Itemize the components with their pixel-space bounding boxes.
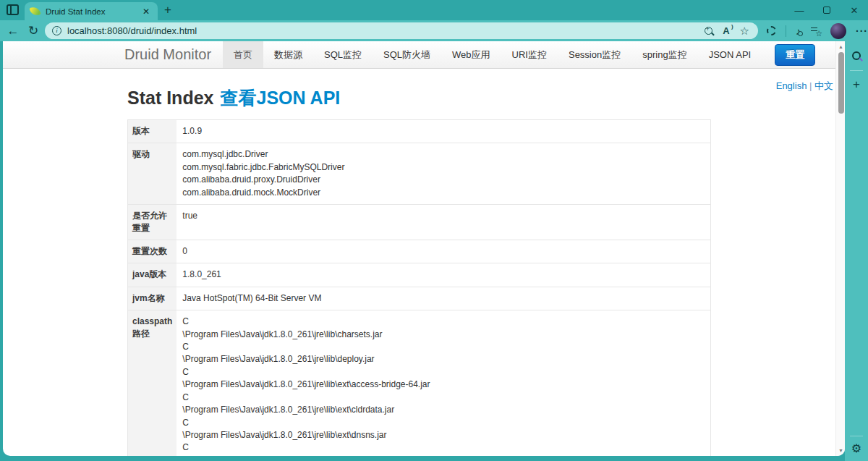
druid-leaf-favicon-icon — [29, 5, 41, 17]
reset-button[interactable]: 重置 — [775, 44, 815, 66]
zoom-icon[interactable] — [705, 27, 712, 35]
scrollbar-thumb[interactable] — [838, 52, 844, 114]
address-bar[interactable]: i localhost:8080/druid/index.html A ☆ — [45, 22, 758, 39]
close-tab-icon[interactable]: ✕ — [140, 7, 152, 17]
edge-sidebar: + ⚙ — [845, 41, 868, 461]
nav-menu: 首页数据源SQL监控SQL防火墙Web应用URI监控Session监控sprin… — [223, 41, 762, 68]
toolbar-extensions: ♪ ··· — [767, 23, 868, 39]
minimize-icon[interactable]: — — [786, 5, 813, 16]
table-row: 重置次数0 — [128, 240, 711, 263]
nav-item[interactable]: spring监控 — [631, 41, 697, 68]
scrollbar-up-icon[interactable]: ▲ — [836, 44, 845, 49]
lang-link-chinese[interactable]: 中文 — [814, 80, 833, 91]
close-window-icon[interactable]: ✕ — [841, 5, 868, 16]
row-value: Java HotSpot(TM) 64-Bit Server VM — [176, 287, 710, 310]
druid-navbar: Druid Monitor 首页数据源SQL监控SQL防火墙Web应用URI监控… — [3, 41, 845, 69]
media-extension-icon[interactable]: ♪ — [796, 25, 801, 37]
site-info-icon[interactable]: i — [52, 26, 61, 35]
tab-bar: Druid Stat Index ✕ + — ✕ — [0, 0, 868, 20]
row-label: classpath 路径 — [128, 310, 177, 456]
row-label: 重置次数 — [128, 240, 177, 263]
new-tab-icon[interactable]: + — [164, 3, 171, 17]
tab-actions-icon[interactable] — [7, 4, 19, 15]
row-label: 是否允许 重置 — [128, 205, 177, 240]
browser-tab[interactable]: Druid Stat Index ✕ — [25, 2, 158, 20]
more-menu-icon[interactable]: ··· — [856, 25, 868, 37]
stat-index-table: 版本1.0.9驱动com.mysql.jdbc.Drivercom.mysql.… — [127, 119, 711, 456]
row-value: com.mysql.jdbc.Drivercom.mysql.fabric.jd… — [176, 143, 710, 205]
page-title-text: Stat Index — [127, 88, 213, 108]
nav-item[interactable]: URI监控 — [501, 41, 558, 68]
page-scrollbar[interactable]: ▲ ▼ — [835, 41, 845, 456]
sidebar-search-icon[interactable] — [852, 51, 861, 60]
sidebar-divider-bottom — [850, 436, 863, 436]
view-json-api-link[interactable]: 查看JSON API — [220, 88, 340, 108]
scrollbar-down-icon[interactable]: ▼ — [836, 448, 845, 453]
page-content: English | 中文 Stat Index查看JSON API 版本1.0.… — [3, 69, 845, 456]
language-switcher: English | 中文 — [776, 80, 833, 93]
url-text[interactable]: localhost:8080/druid/index.html — [67, 25, 705, 36]
row-label: java版本 — [128, 263, 177, 287]
nav-item[interactable]: 首页 — [223, 41, 263, 68]
nav-item[interactable]: Session监控 — [558, 41, 631, 68]
table-row: classpath 路径C\Program Files\Java\jdk1.8.… — [128, 310, 711, 456]
collections-icon[interactable] — [810, 26, 821, 36]
tab-title: Druid Stat Index — [46, 7, 140, 16]
row-value: true — [176, 205, 710, 240]
row-label: 版本 — [128, 120, 177, 143]
page-title: Stat Index查看JSON API — [127, 86, 845, 110]
lang-separator: | — [809, 80, 812, 91]
row-value: C\Program Files\Java\jdk1.8.0_261\jre\li… — [176, 310, 710, 456]
table-row: java版本1.8.0_261 — [128, 263, 711, 287]
row-label: jvm名称 — [128, 287, 177, 310]
row-value: 1.8.0_261 — [176, 263, 710, 287]
read-aloud-icon[interactable]: A — [723, 25, 729, 36]
lang-link-english[interactable]: English — [776, 80, 807, 91]
table-row: 是否允许 重置true — [128, 205, 711, 240]
sidebar-divider — [850, 70, 863, 71]
sidebar-add-icon[interactable]: + — [853, 77, 860, 92]
table-row: jvm名称Java HotSpot(TM) 64-Bit Server VM — [128, 287, 711, 310]
favorite-star-icon[interactable]: ☆ — [740, 25, 749, 38]
stat-table-body: 版本1.0.9驱动com.mysql.jdbc.Drivercom.mysql.… — [128, 120, 711, 457]
nav-item[interactable]: Web应用 — [441, 41, 501, 68]
window-controls: — ✕ — [786, 0, 868, 20]
table-row: 驱动com.mysql.jdbc.Drivercom.mysql.fabric.… — [128, 143, 711, 205]
browser-toolbar: ← ↻ i localhost:8080/druid/index.html A … — [0, 20, 868, 41]
extension-cookie-icon[interactable] — [767, 26, 776, 35]
page-viewport: Druid Monitor 首页数据源SQL监控SQL防火墙Web应用URI监控… — [3, 41, 845, 456]
nav-item[interactable]: JSON API — [698, 41, 762, 68]
maximize-icon[interactable] — [813, 5, 841, 16]
nav-item[interactable]: 数据源 — [263, 41, 313, 68]
table-row: 版本1.0.9 — [128, 120, 711, 143]
nav-item[interactable]: SQL监控 — [313, 41, 373, 68]
profile-avatar[interactable] — [830, 23, 846, 39]
brand-title: Druid Monitor — [124, 46, 211, 63]
row-label: 驱动 — [128, 143, 177, 205]
row-value: 1.0.9 — [176, 120, 710, 143]
row-value: 0 — [176, 240, 710, 263]
settings-gear-icon[interactable]: ⚙ — [851, 441, 861, 455]
browser-window: Druid Stat Index ✕ + — ✕ ← ↻ i localhost… — [0, 0, 868, 461]
refresh-icon[interactable]: ↻ — [23, 23, 43, 38]
back-icon[interactable]: ← — [3, 24, 23, 38]
nav-item[interactable]: SQL防火墙 — [373, 41, 441, 68]
toolbar-separator — [786, 25, 786, 37]
